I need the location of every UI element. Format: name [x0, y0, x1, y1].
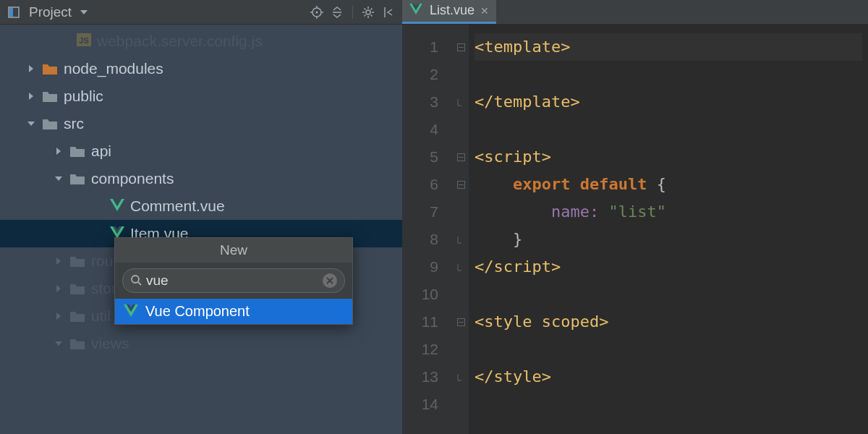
chevron-right-icon[interactable] [26, 91, 36, 101]
chevron-right-icon[interactable] [54, 146, 64, 156]
vue-icon [110, 199, 124, 213]
project-tree[interactable]: JSwebpack.server.config.jsnode_modulespu… [0, 25, 402, 434]
fold-marker[interactable] [453, 226, 469, 253]
sidebar-header: Project [0, 0, 402, 25]
gear-icon[interactable] [360, 4, 376, 20]
tree-item-label: Comment.vue [130, 197, 225, 215]
collapse-icon[interactable] [329, 4, 345, 20]
new-file-popup: New Vue Component [114, 237, 353, 325]
code-line[interactable] [475, 391, 862, 418]
code-line[interactable]: </template> [475, 88, 862, 116]
tab-list-vue[interactable]: List.vue ✕ [402, 0, 496, 24]
code-area[interactable]: <template></template><script> export def… [469, 25, 868, 434]
line-number: 11 [402, 308, 453, 336]
svg-point-3 [316, 11, 318, 13]
line-number: 3 [402, 88, 453, 116]
chevron-down-icon[interactable] [54, 174, 64, 184]
code-line[interactable]: <script> [475, 143, 862, 171]
vue-icon [409, 4, 424, 18]
code-line[interactable] [475, 116, 862, 143]
popup-search[interactable] [122, 268, 345, 293]
fold-marker[interactable] [453, 88, 469, 116]
line-number: 2 [402, 61, 453, 88]
divider [352, 6, 353, 19]
tree-item[interactable]: components [0, 165, 402, 192]
line-number: 6 [402, 171, 453, 198]
tree-item[interactable]: Comment.vue [0, 192, 402, 220]
chevron-right-icon[interactable] [54, 284, 64, 294]
close-icon[interactable]: ✕ [480, 5, 489, 17]
folder-icon [69, 145, 85, 158]
folder-icon [42, 117, 58, 130]
dropdown-icon[interactable] [76, 4, 92, 20]
popup-title: New [115, 238, 352, 263]
svg-rect-1 [9, 8, 13, 17]
fold-marker[interactable] [453, 363, 469, 391]
fold-marker[interactable] [453, 253, 469, 281]
code-line[interactable]: <template> [475, 33, 862, 61]
line-number: 10 [402, 281, 453, 308]
code-line[interactable] [475, 61, 862, 88]
fold-marker[interactable] [453, 143, 469, 171]
line-gutter: 1234567891011121314 [402, 25, 453, 434]
fold-marker[interactable] [453, 171, 469, 198]
tree-item[interactable]: public [0, 82, 402, 110]
fold-marker[interactable] [453, 308, 469, 336]
sidebar-title[interactable]: Project [29, 4, 72, 20]
code-line[interactable]: export default { [475, 171, 862, 198]
chevron-right-icon[interactable] [54, 256, 64, 266]
tree-item[interactable]: JSwebpack.server.config.js [0, 27, 402, 55]
project-icon [6, 4, 22, 20]
tree-item[interactable]: node_modules [0, 55, 402, 82]
tree-item-label: node_modules [64, 60, 163, 77]
locate-icon[interactable] [309, 4, 325, 20]
tree-item[interactable]: src [0, 110, 402, 137]
chevron-down-icon[interactable] [26, 119, 36, 129]
fold-marker [453, 336, 469, 363]
folder-icon [42, 62, 58, 75]
tree-item[interactable]: views [0, 330, 402, 357]
tree-item-label: public [64, 88, 103, 105]
folder-icon [69, 255, 85, 268]
line-number: 14 [402, 391, 453, 418]
folder-icon [69, 337, 85, 350]
chevron-right-icon[interactable] [26, 64, 36, 74]
line-number: 13 [402, 363, 453, 391]
code-line[interactable]: </script> [475, 253, 862, 281]
search-input[interactable] [142, 273, 323, 289]
editor-tabs: List.vue ✕ [402, 0, 868, 25]
folder-icon [69, 172, 85, 185]
code-line[interactable]: name: "list" [475, 198, 862, 226]
clear-icon[interactable] [323, 273, 337, 288]
tree-item[interactable]: api [0, 137, 402, 165]
line-number: 7 [402, 198, 453, 226]
popup-result-vue-component[interactable]: Vue Component [115, 299, 352, 324]
fold-marker [453, 391, 469, 418]
line-number: 12 [402, 336, 453, 363]
code-line[interactable] [475, 336, 862, 363]
line-number: 9 [402, 253, 453, 281]
fold-marker [453, 198, 469, 226]
svg-line-14 [138, 282, 141, 285]
fold-marker[interactable] [453, 33, 469, 61]
chevron-down-icon[interactable] [54, 339, 64, 349]
popup-result-label: Vue Component [145, 303, 250, 320]
hide-icon[interactable] [380, 4, 396, 20]
project-sidebar: Project JSwebpack.server.config.jsnode_m… [0, 0, 402, 434]
tab-label: List.vue [430, 3, 475, 18]
tree-item-label: views [91, 335, 129, 352]
tree-item-label: webpack.server.config.js [97, 33, 263, 50]
fold-gutter[interactable] [453, 25, 469, 434]
line-number: 8 [402, 226, 453, 253]
svg-point-13 [132, 276, 139, 283]
code-line[interactable]: <style scoped> [475, 308, 862, 336]
code-line[interactable] [475, 281, 862, 308]
fold-marker [453, 61, 469, 88]
tree-item-label: components [91, 170, 174, 187]
chevron-right-icon[interactable] [54, 311, 64, 321]
code-line[interactable]: </style> [475, 363, 862, 391]
vue-icon [124, 305, 138, 319]
code-line[interactable]: } [475, 226, 862, 253]
line-number: 4 [402, 116, 453, 143]
folder-icon [69, 310, 85, 323]
